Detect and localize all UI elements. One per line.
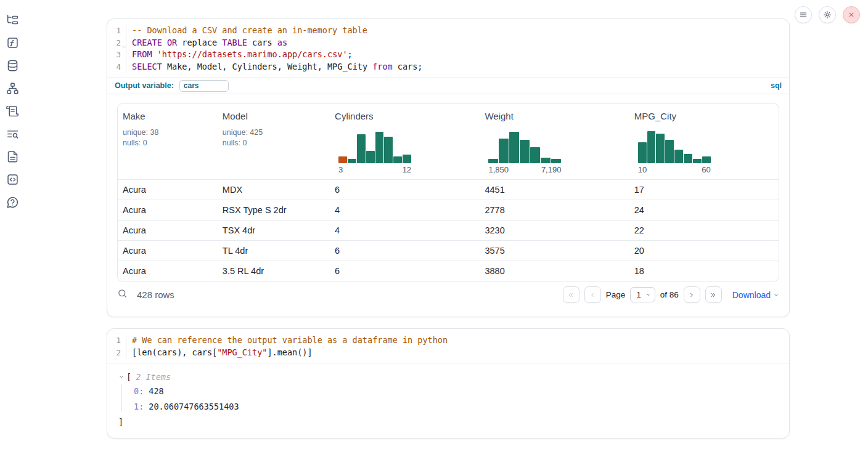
histogram-max-label: 7,190 bbox=[541, 165, 562, 174]
help-icon[interactable] bbox=[6, 196, 19, 209]
column-header[interactable]: Modelunique: 425nulls: 0 bbox=[218, 104, 330, 179]
table-row[interactable]: Acura3.5 RL 4dr6388018 bbox=[118, 261, 779, 281]
close-icon bbox=[847, 10, 856, 19]
line-number: 2 bbox=[107, 37, 126, 49]
histogram-bar bbox=[702, 156, 711, 163]
first-page-button[interactable] bbox=[563, 286, 579, 303]
menu-button[interactable] bbox=[795, 6, 812, 23]
table-cell: 24 bbox=[629, 205, 779, 215]
open-bracket: [ bbox=[126, 372, 131, 382]
snippets-icon[interactable] bbox=[6, 173, 19, 186]
code-line[interactable]: 1-- Download a CSV and create an in-memo… bbox=[107, 25, 789, 37]
table-cell: 6 bbox=[330, 266, 480, 276]
table-cell: Acura bbox=[118, 185, 218, 195]
output-variable-input[interactable] bbox=[179, 80, 229, 92]
column-header[interactable]: MPG_City1060 bbox=[629, 104, 779, 179]
table-cell: 17 bbox=[629, 185, 779, 195]
chevron-down-icon bbox=[645, 292, 651, 297]
table-cell: MDX bbox=[218, 185, 330, 195]
chevrons-left-icon bbox=[567, 291, 575, 299]
tree-root-row: [ 2 Items bbox=[118, 372, 778, 382]
settings-button[interactable] bbox=[819, 6, 836, 23]
page-select[interactable]: 1 bbox=[630, 287, 655, 302]
code-line[interactable]: 1# We can reference the output variable … bbox=[107, 334, 789, 347]
tree-entries: 0:4281:20.060747663551403 bbox=[121, 384, 778, 411]
histogram-bar bbox=[499, 139, 509, 163]
code-line[interactable]: 2CREATE OR replace TABLE cars as bbox=[107, 37, 789, 49]
next-page-button[interactable] bbox=[684, 286, 700, 303]
line-number: 1 bbox=[107, 25, 126, 37]
chevron-right-icon bbox=[688, 291, 695, 299]
python-code-editor[interactable]: 1# We can reference the output variable … bbox=[107, 329, 789, 363]
column-header[interactable]: Makeunique: 38nulls: 0 bbox=[118, 104, 218, 179]
output-variable-label: Output variable: bbox=[115, 81, 174, 90]
close-button[interactable] bbox=[843, 6, 860, 23]
table-cell: 4451 bbox=[480, 185, 629, 195]
histogram-bar bbox=[488, 159, 498, 163]
close-bracket: ] bbox=[118, 417, 778, 427]
notebook-actions bbox=[795, 6, 860, 23]
dependency-graph-icon[interactable] bbox=[6, 82, 19, 95]
previous-page-button[interactable] bbox=[584, 286, 601, 303]
code-line[interactable]: 2[len(cars), cars["MPG_City"].mean()] bbox=[107, 347, 789, 359]
histogram-max-label: 60 bbox=[702, 165, 710, 174]
last-page-button[interactable] bbox=[705, 286, 722, 303]
code-text: # We can reference the output variable a… bbox=[126, 334, 448, 347]
line-number: 4 bbox=[107, 61, 126, 73]
dataframe-table: Makeunique: 38nulls: 0Modelunique: 425nu… bbox=[117, 103, 779, 281]
download-button[interactable]: Download bbox=[732, 290, 779, 300]
table-cell: 6 bbox=[330, 185, 480, 195]
histogram-bar bbox=[530, 147, 540, 163]
scratchpad-icon[interactable] bbox=[6, 105, 19, 118]
table-cell: TL 4dr bbox=[218, 246, 330, 256]
page-total-label: of 86 bbox=[660, 290, 679, 299]
logs-search-icon[interactable] bbox=[6, 127, 19, 140]
code-line[interactable]: 3FROM 'https://datasets.marimo.app/cars.… bbox=[107, 49, 789, 61]
tree-entry: 1:20.060747663551403 bbox=[134, 402, 778, 411]
code-text: -- Download a CSV and create an in-memor… bbox=[126, 25, 367, 37]
histogram-bar bbox=[684, 154, 692, 163]
table-cell: 6 bbox=[330, 246, 480, 256]
histogram-bar bbox=[520, 140, 530, 164]
table-cell: 2778 bbox=[480, 205, 629, 215]
histogram-bar bbox=[403, 155, 411, 163]
table-row[interactable]: AcuraRSX Type S 2dr4277824 bbox=[118, 200, 779, 220]
table-row[interactable]: AcuraMDX6445117 bbox=[118, 179, 779, 200]
table-body: AcuraMDX6445117AcuraRSX Type S 2dr427782… bbox=[118, 179, 779, 281]
histogram-bar bbox=[509, 132, 519, 163]
code-text: [len(cars), cars["MPG_City"].mean()] bbox=[126, 347, 313, 359]
histogram-min-label: 1,850 bbox=[488, 165, 509, 174]
entry-key: 0: bbox=[134, 386, 144, 396]
table-row[interactable]: AcuraTL 4dr6357520 bbox=[118, 240, 779, 261]
table-header: Makeunique: 38nulls: 0Modelunique: 425nu… bbox=[118, 104, 779, 179]
histogram-min-label: 10 bbox=[638, 165, 647, 174]
chevron-left-icon bbox=[589, 291, 596, 299]
histogram-max-label: 12 bbox=[403, 165, 411, 174]
column-name: Weight bbox=[485, 111, 624, 121]
column-name: MPG_City bbox=[634, 111, 774, 121]
table-cell: 3880 bbox=[480, 266, 629, 276]
code-line[interactable]: 4SELECT Make, Model, Cylinders, Weight, … bbox=[107, 61, 789, 73]
column-header[interactable]: Cylinders312 bbox=[330, 104, 480, 179]
documentation-icon[interactable] bbox=[6, 150, 19, 163]
table-cell: 18 bbox=[629, 266, 779, 276]
collapse-chevron-icon[interactable] bbox=[118, 374, 125, 380]
histogram-bar bbox=[348, 159, 356, 163]
file-explorer-icon[interactable] bbox=[6, 14, 19, 26]
column-header[interactable]: Weight1,8507,190 bbox=[480, 104, 629, 179]
table-footer: 428 rows Page 1 of 86 Download bbox=[117, 281, 779, 308]
column-stats: unique: 425nulls: 0 bbox=[223, 127, 325, 148]
table-cell: Acura bbox=[118, 205, 218, 215]
result-tree: [ 2 Items 0:4281:20.060747663551403 ] bbox=[107, 363, 789, 427]
histogram-bar bbox=[693, 159, 702, 163]
entry-value: 428 bbox=[149, 386, 163, 396]
functions-icon[interactable] bbox=[6, 36, 19, 49]
search-icon[interactable] bbox=[117, 288, 128, 301]
column-name: Make bbox=[123, 111, 213, 121]
language-badge[interactable]: sql bbox=[771, 81, 782, 90]
histogram-bar bbox=[551, 159, 561, 163]
table-row[interactable]: AcuraTSX 4dr4323022 bbox=[118, 220, 779, 240]
datasources-icon[interactable] bbox=[6, 59, 19, 72]
sql-code-editor[interactable]: 1-- Download a CSV and create an in-memo… bbox=[107, 19, 789, 77]
tree-entry: 0:428 bbox=[134, 386, 778, 396]
